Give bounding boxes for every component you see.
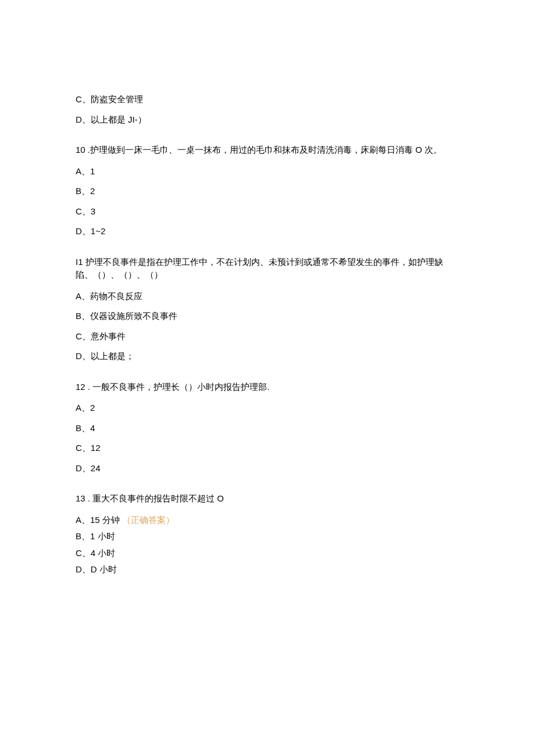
q12-option-c: C、12 <box>76 442 459 455</box>
orphan-option-d: D、以上都是 JI-） <box>76 113 459 127</box>
q13-option-c: C、4 小时 <box>76 547 459 560</box>
q11-option-d: D、以上都是； <box>76 350 459 363</box>
q13-option-d: D、D 小时 <box>76 563 459 576</box>
q13-option-a: A、15 分钟 （正确答案） <box>76 514 459 527</box>
q13-correct-label: （正确答案） <box>122 515 174 525</box>
q12-option-b: B、4 <box>76 422 459 435</box>
q11-option-b: B、仪器设施所致不良事件 <box>76 310 459 323</box>
q11-option-c: C、意外事件 <box>76 330 459 343</box>
q12-option-d: D、24 <box>76 462 459 475</box>
q11-option-a: A、药物不良反应 <box>76 290 459 303</box>
q12-stem: 12 . 一般不良事件，护理长（）小时内报告护理部. <box>76 381 459 394</box>
q13-option-b: B、1 小时 <box>76 530 459 543</box>
q11-stem: I1 护理不良事件是指在护理工作中，不在计划内、未预计到或通常不希望发生的事件，… <box>76 256 459 282</box>
q10-stem: 10 .护理做到一床一毛巾、一桌一抹布，用过的毛巾和抹布及时清洗消毒，床刷每日消… <box>76 144 459 157</box>
q10-option-a: A、1 <box>76 165 459 178</box>
q13-stem: 13 . 重大不良事件的报告时限不超过 O <box>76 492 459 506</box>
q13-option-a-text: A、15 分钟 <box>76 515 120 525</box>
q12-option-a: A、2 <box>76 402 459 415</box>
q10-option-b: B、2 <box>76 185 459 198</box>
q10-option-d: D、1~2 <box>76 225 459 238</box>
q10-option-c: C、3 <box>76 205 459 218</box>
orphan-option-c: C、防盗安全管理 <box>76 93 459 106</box>
